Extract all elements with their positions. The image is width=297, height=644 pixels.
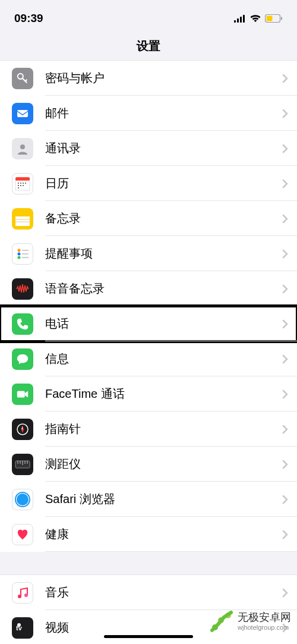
mail-icon	[12, 103, 33, 124]
chevron-right-icon	[273, 249, 297, 259]
svg-point-19	[20, 185, 21, 186]
nav-bar: 设置	[0, 30, 297, 60]
settings-row-safari[interactable]: Safari 浏览器	[0, 482, 297, 517]
battery-icon	[265, 14, 283, 23]
row-label: 通讯录	[45, 140, 273, 156]
svg-point-28	[18, 256, 21, 259]
watermark-sub: wjhotelgroup.com	[238, 624, 291, 631]
settings-row-contacts[interactable]: 通讯录	[0, 131, 297, 166]
svg-point-16	[23, 183, 24, 184]
svg-rect-6	[281, 17, 282, 20]
settings-row-message[interactable]: 信息	[0, 341, 297, 376]
settings-row-reminders[interactable]: 提醒事项	[0, 236, 297, 271]
svg-rect-22	[15, 212, 30, 216]
row-label: 密码与帐户	[45, 70, 273, 86]
settings-row-key[interactable]: 密码与帐户	[0, 61, 297, 96]
watermark-title: 无极安卓网	[238, 612, 291, 624]
reminders-icon	[12, 243, 33, 265]
settings-row-voice[interactable]: 语音备忘录	[0, 271, 297, 306]
svg-rect-23	[15, 216, 30, 226]
chevron-right-icon	[273, 74, 297, 83]
row-label: 音乐	[45, 585, 273, 601]
row-label: 邮件	[45, 105, 273, 121]
chevron-right-icon	[273, 425, 297, 434]
chevron-right-icon	[273, 319, 297, 329]
chevron-right-icon	[273, 109, 297, 118]
settings-row-phone[interactable]: 电话	[0, 306, 297, 341]
svg-rect-1	[237, 18, 239, 23]
row-label: 信息	[45, 351, 273, 367]
row-label: 语音备忘录	[45, 281, 273, 297]
svg-rect-3	[243, 15, 245, 23]
health-icon	[12, 524, 33, 545]
contacts-icon	[12, 138, 33, 159]
voice-icon	[12, 278, 33, 300]
row-label: 备忘录	[45, 211, 273, 227]
chevron-right-icon	[273, 144, 297, 153]
group-separator	[0, 552, 297, 574]
safari-icon	[12, 489, 33, 510]
row-label: 测距仪	[45, 456, 273, 472]
svg-rect-5	[267, 16, 273, 21]
wifi-icon	[249, 14, 261, 23]
phone-icon	[12, 313, 33, 335]
row-label: 电话	[45, 316, 273, 332]
music-icon	[12, 582, 33, 604]
tv-icon: tv	[12, 617, 33, 639]
svg-point-42	[17, 494, 29, 505]
status-time: 09:39	[14, 12, 43, 25]
status-icons	[234, 14, 283, 23]
svg-point-26	[18, 249, 21, 252]
page-title: 设置	[137, 39, 160, 52]
svg-rect-32	[17, 391, 25, 397]
row-label: 日历	[45, 175, 273, 191]
svg-line-9	[26, 79, 27, 81]
signal-icon	[234, 15, 246, 23]
settings-row-mail[interactable]: 邮件	[0, 96, 297, 131]
watermark: 无极安卓网 wjhotelgroup.com	[210, 610, 291, 633]
chevron-right-icon	[273, 389, 297, 399]
svg-point-17	[25, 183, 26, 184]
svg-point-27	[18, 252, 21, 255]
settings-row-facetime[interactable]: FaceTime 通话	[0, 376, 297, 411]
svg-point-18	[18, 185, 19, 186]
facetime-icon	[12, 384, 33, 405]
home-indicator	[104, 635, 193, 638]
settings-row-measure[interactable]: 测距仪	[0, 447, 297, 482]
settings-row-health[interactable]: 健康	[0, 517, 297, 552]
settings-row-compass[interactable]: 指南针	[0, 411, 297, 447]
status-bar: 09:39	[0, 0, 297, 30]
svg-point-11	[20, 144, 25, 149]
chevron-right-icon	[273, 179, 297, 189]
chevron-right-icon	[273, 460, 297, 469]
calendar-icon	[12, 173, 33, 194]
watermark-logo-icon	[210, 610, 234, 633]
settings-list: 密码与帐户邮件通讯录日历备忘录提醒事项语音备忘录电话信息FaceTime 通话指…	[0, 60, 297, 552]
svg-point-14	[18, 183, 19, 184]
svg-point-43	[18, 595, 21, 598]
settings-row-music[interactable]: 音乐	[0, 575, 297, 610]
chevron-right-icon	[273, 214, 297, 224]
svg-rect-10	[17, 110, 28, 117]
chevron-right-icon	[273, 588, 297, 598]
svg-rect-12	[15, 177, 30, 181]
svg-rect-0	[234, 20, 236, 23]
row-label: 健康	[45, 526, 273, 542]
svg-point-46	[17, 623, 21, 627]
svg-point-20	[23, 185, 24, 186]
svg-rect-2	[240, 17, 242, 23]
chevron-right-icon	[273, 495, 297, 504]
row-label: Safari 浏览器	[45, 491, 273, 507]
key-icon	[12, 68, 33, 89]
compass-icon	[12, 419, 33, 440]
chevron-right-icon	[273, 530, 297, 539]
row-label: 提醒事项	[45, 246, 273, 262]
settings-row-calendar[interactable]: 日历	[0, 166, 297, 201]
row-label: FaceTime 通话	[45, 386, 273, 402]
svg-point-44	[24, 593, 28, 597]
svg-point-21	[18, 187, 19, 189]
settings-row-notes[interactable]: 备忘录	[0, 201, 297, 236]
message-icon	[12, 348, 33, 370]
chevron-right-icon	[273, 354, 297, 364]
notes-icon	[12, 208, 33, 230]
